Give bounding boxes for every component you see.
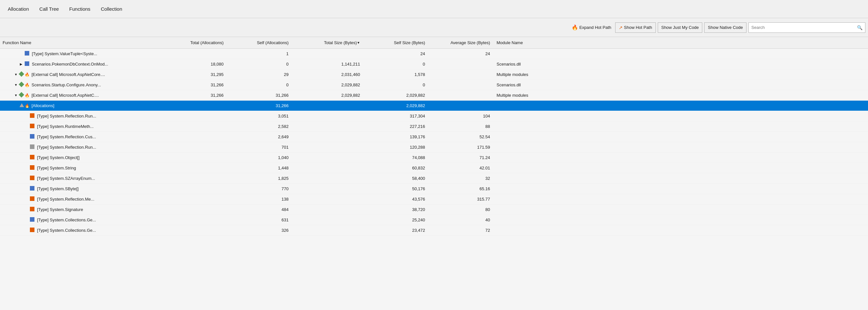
cell-module [494,194,868,204]
table-row[interactable]: [Type] System.Reflection.Cus...2,649139,… [0,132,868,142]
cell-total-alloc [162,225,227,235]
function-name: Scenarios.Startup.Configure.Anony... [32,82,101,87]
cell-function: [Type] System.Collections.Ge... [0,215,162,225]
cell-total-alloc [162,111,227,121]
expand-button [24,218,29,222]
cell-function: [Type] System.Reflection.Me... [0,194,162,204]
external-icon [19,92,24,98]
table-row[interactable]: ▼🔥[External Call] Microsoft.AspNetCore..… [0,69,868,80]
table-row[interactable]: ▼🔥[External Call] Microsoft.AspNetC....3… [0,90,868,101]
alloc-triangle-icon [20,103,24,107]
cell-total-alloc: 31,266 [162,80,227,90]
function-name: [External Call] Microsoft.AspNetC.... [32,93,99,98]
col-header-total-size[interactable]: Total Size (Bytes) [292,37,364,48]
cell-module [494,163,868,173]
tab-call-tree[interactable]: Call Tree [34,0,64,18]
cell-module: Multiple modules [494,90,868,100]
cell-total-alloc [162,163,227,173]
type-icon [30,207,34,211]
col-header-self-alloc[interactable]: Self (Allocations) [227,37,292,48]
search-input[interactable] [749,24,854,31]
type-icon [30,134,34,139]
expand-button[interactable]: ▼ [14,93,18,98]
expand-button[interactable]: ▼ [14,72,18,77]
table-row[interactable]: ▶Scenarios.PokemonDbContext.OnMod...18,0… [0,59,868,69]
hot-path-icon: ↗ [619,25,623,30]
show-hot-path-button[interactable]: ↗ Show Hot Path [615,23,656,33]
tab-functions[interactable]: Functions [64,0,96,18]
tab-collection[interactable]: Collection [96,0,127,18]
cell-self-size: 317,304 [364,111,429,121]
cell-avg-size: 32 [429,173,494,183]
cell-module [494,111,868,121]
cell-function: [Type] System.ValueTuple<Syste... [0,49,162,59]
cell-total-alloc [162,152,227,163]
col-header-total-alloc[interactable]: Total (Allocations) [162,37,227,48]
cell-self-size: 25,240 [364,215,429,225]
cell-total-alloc [162,194,227,204]
function-name: [Type] System.SZArrayEnum... [37,176,95,181]
table-row[interactable]: [Type] System.Object[]1,04074,08871.24 [0,152,868,163]
cell-avg-size: 42.01 [429,163,494,173]
table-row[interactable]: [Type] System.ValueTuple<Syste...12424 [0,49,868,59]
cell-module [494,215,868,225]
function-name: [Type] System.SByte[] [37,186,79,191]
expand-button [14,104,18,108]
table-row[interactable]: ▼🔥Scenarios.Startup.Configure.Anony...31… [0,80,868,90]
expand-button [24,207,29,212]
cell-self-size: 0 [364,80,429,90]
expand-button[interactable]: ▶ [19,62,23,67]
col-header-self-size[interactable]: Self Size (Bytes) [364,37,429,48]
search-icon-button[interactable]: 🔍 [854,24,865,32]
table-body: [Type] System.ValueTuple<Syste...12424▶S… [0,49,868,310]
cell-self-size: 139,176 [364,132,429,142]
table-row[interactable]: 🔥[Allocations]31,2662,029,882 [0,101,868,111]
table-row[interactable]: [Type] System.Reflection.Run...701120,28… [0,142,868,152]
hot-path-flame-icon: 🔥 [25,72,30,77]
table-row[interactable]: [Type] System.Collections.Ge...63125,240… [0,215,868,225]
col-header-avg-size[interactable]: Average Size (Bytes) [429,37,494,48]
table-row[interactable]: [Type] System.Signature48438,72080 [0,205,868,215]
cell-self-alloc: 1 [227,49,292,59]
table-row[interactable]: [Type] System.Reflection.Me...13843,5763… [0,194,868,205]
show-just-my-code-button[interactable]: Show Just My Code [658,23,703,33]
cell-total-size [292,142,364,152]
table-row[interactable]: [Type] System.RuntimeMeth...2,582227,216… [0,122,868,132]
cell-total-alloc [162,173,227,183]
cell-self-size: 74,088 [364,152,429,163]
table-row[interactable]: [Type] System.SByte[]77050,17665.16 [0,184,868,194]
cell-total-alloc: 31,266 [162,90,227,100]
cell-total-size [292,163,364,173]
cell-avg-size: 104 [429,111,494,121]
cell-total-alloc [162,122,227,132]
cell-self-alloc: 31,266 [227,101,292,111]
cell-self-alloc: 31,266 [227,90,292,100]
cell-function: [Type] System.Signature [0,205,162,214]
cell-total-alloc: 31,295 [162,69,227,79]
cell-total-alloc [162,215,227,225]
cell-self-alloc: 29 [227,69,292,79]
cell-total-size [292,173,364,183]
cell-module [494,173,868,183]
cell-total-alloc [162,132,227,142]
table-row[interactable]: [Type] System.SZArrayEnum...1,82558,4003… [0,173,868,184]
function-name: [Type] System.Reflection.Run... [37,145,96,150]
expand-hot-path-text: Expand Hot Path [580,25,611,30]
cell-total-alloc [162,184,227,194]
show-native-code-button[interactable]: Show Native Code [704,23,746,33]
expand-button[interactable]: ▼ [14,83,18,87]
col-header-module[interactable]: Module Name [494,37,868,48]
table-row[interactable]: [Type] System.Collections.Ge...32623,472… [0,225,868,236]
function-name: [Type] System.Reflection.Me... [37,197,94,202]
col-header-function[interactable]: Function Name [0,37,162,48]
tab-allocation[interactable]: Allocation [3,0,34,18]
cell-self-size: 120,288 [364,142,429,152]
table-row[interactable]: [Type] System.String1,44860,83242.01 [0,163,868,173]
cell-function: [Type] System.Reflection.Run... [0,111,162,121]
external-icon [19,71,24,77]
main-table: Function Name Total (Allocations) Self (… [0,37,868,310]
cell-module [494,122,868,132]
cell-self-alloc: 1,448 [227,163,292,173]
function-name: Scenarios.PokemonDbContext.OnMod... [32,62,108,67]
table-row[interactable]: [Type] System.Reflection.Run...3,051317,… [0,111,868,122]
